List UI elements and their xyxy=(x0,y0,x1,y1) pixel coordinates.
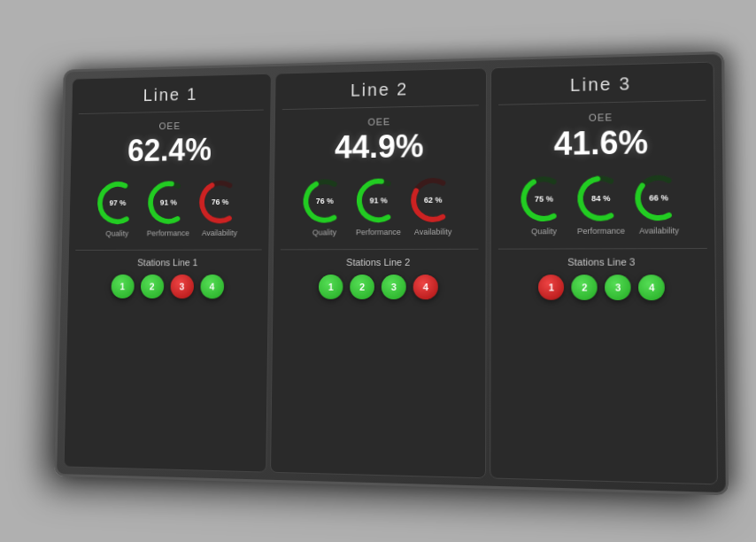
line3-stations-label: Stations Line 3 xyxy=(567,256,635,267)
line2-oee-value: 44.9% xyxy=(335,128,424,166)
line2-station-1[interactable]: 1 xyxy=(319,275,343,299)
line1-gauge-value-quality: 97 % xyxy=(109,198,126,208)
line2-title: Line 2 xyxy=(282,78,479,111)
line3-gauge-performance: 84 %Performance xyxy=(575,173,628,236)
line1-gauge-performance: 91 %Performance xyxy=(144,178,191,237)
line1-gauges-row: 97 %Quality 91 %Performance 76 %Availabi… xyxy=(94,178,243,238)
line2-gauge-quality: 76 %Quality xyxy=(300,176,349,236)
line2-gauge-canvas-availability: 62 % xyxy=(408,175,458,225)
line3-gauge-value-quality: 75 % xyxy=(535,194,553,204)
line3-station-2[interactable]: 2 xyxy=(572,275,598,300)
line2-gauge-value-quality: 76 % xyxy=(316,197,334,206)
line1-gauge-label-performance: Performance xyxy=(147,228,189,237)
line2-gauge-performance: 91 %Performance xyxy=(354,175,404,236)
line3-station-3[interactable]: 3 xyxy=(605,275,631,300)
line1-gauge-value-availability: 76 % xyxy=(212,197,229,207)
dashboard-wrapper: Line 1OEE62.4% 97 %Quality 91 %Performan… xyxy=(42,58,714,484)
line3-divider xyxy=(498,248,706,250)
line3-station-1[interactable]: 1 xyxy=(538,275,564,300)
line2-station-4[interactable]: 4 xyxy=(413,275,438,299)
line1-oee-label: OEE xyxy=(159,120,181,131)
line3-station-4[interactable]: 4 xyxy=(638,275,665,300)
panel-inner: Line 1OEE62.4% 97 %Quality 91 %Performan… xyxy=(64,62,718,485)
line1-station-4[interactable]: 4 xyxy=(200,275,224,298)
line2-divider xyxy=(281,249,478,251)
line-panel-line3: Line 3OEE41.6% 75 %Quality 84 %Performan… xyxy=(490,62,718,485)
line2-gauge-label-quality: Quality xyxy=(312,228,336,236)
line3-gauge-label-performance: Performance xyxy=(577,227,625,236)
line2-stations-label: Stations Line 2 xyxy=(346,257,410,267)
line3-gauge-canvas-performance: 84 % xyxy=(575,173,628,224)
line1-gauge-value-performance: 91 % xyxy=(160,197,177,207)
line3-gauge-availability: 66 %Availability xyxy=(632,172,685,236)
line2-station-2[interactable]: 2 xyxy=(350,275,374,299)
line1-gauge-label-quality: Quality xyxy=(105,229,128,238)
line1-station-3[interactable]: 3 xyxy=(170,275,194,298)
line3-oee-value: 41.6% xyxy=(554,124,649,163)
dashboard-panel: Line 1OEE62.4% 97 %Quality 91 %Performan… xyxy=(54,51,729,496)
line3-title: Line 3 xyxy=(498,72,706,105)
line2-gauge-label-performance: Performance xyxy=(356,228,401,236)
line1-gauge-canvas-availability: 76 % xyxy=(197,178,244,227)
line3-gauge-quality: 75 %Quality xyxy=(519,174,570,236)
line-panel-line1: Line 1OEE62.4% 97 %Quality 91 %Performan… xyxy=(64,74,273,473)
line3-gauge-label-availability: Availability xyxy=(639,226,679,236)
line2-gauges-row: 76 %Quality 91 %Performance 62 %Availabi… xyxy=(300,175,458,237)
line2-gauge-availability: 62 %Availability xyxy=(408,175,458,236)
line1-station-1[interactable]: 1 xyxy=(111,275,134,298)
line3-gauges-row: 75 %Quality 84 %Performance 66 %Availabi… xyxy=(519,172,686,236)
line3-gauge-canvas-availability: 66 % xyxy=(632,172,685,223)
line1-gauge-canvas-performance: 91 % xyxy=(145,178,192,226)
line2-station-3[interactable]: 3 xyxy=(382,275,406,299)
line2-gauge-value-performance: 91 % xyxy=(369,196,387,205)
line1-gauge-availability: 76 %Availability xyxy=(196,178,243,237)
line3-oee-label: OEE xyxy=(589,112,613,123)
line3-stations-row: 1234 xyxy=(538,275,665,300)
line1-stations-label: Stations Line 1 xyxy=(137,257,197,267)
line3-gauge-value-performance: 84 % xyxy=(591,193,610,203)
line1-station-2[interactable]: 2 xyxy=(140,275,164,298)
line2-gauge-label-availability: Availability xyxy=(414,228,452,236)
line1-oee-value: 62.4% xyxy=(127,132,212,169)
line-panel-line2: Line 2OEE44.9% 76 %Quality 91 %Performan… xyxy=(270,67,486,478)
line2-gauge-canvas-quality: 76 % xyxy=(300,176,349,226)
line1-gauge-quality: 97 %Quality xyxy=(94,179,141,238)
line1-divider xyxy=(75,249,262,251)
line2-oee-label: OEE xyxy=(367,116,390,127)
line1-stations-row: 1234 xyxy=(111,275,224,298)
line1-title: Line 1 xyxy=(79,83,265,114)
line1-gauge-canvas-quality: 97 % xyxy=(95,179,142,227)
line2-gauge-canvas-performance: 91 % xyxy=(354,175,404,225)
line2-stations-row: 1234 xyxy=(319,275,438,299)
line3-gauge-label-quality: Quality xyxy=(531,227,557,236)
line1-gauge-label-availability: Availability xyxy=(202,228,237,237)
line3-gauge-canvas-quality: 75 % xyxy=(519,174,570,224)
line2-gauge-value-availability: 62 % xyxy=(424,195,443,205)
line3-gauge-value-availability: 66 % xyxy=(649,193,668,203)
